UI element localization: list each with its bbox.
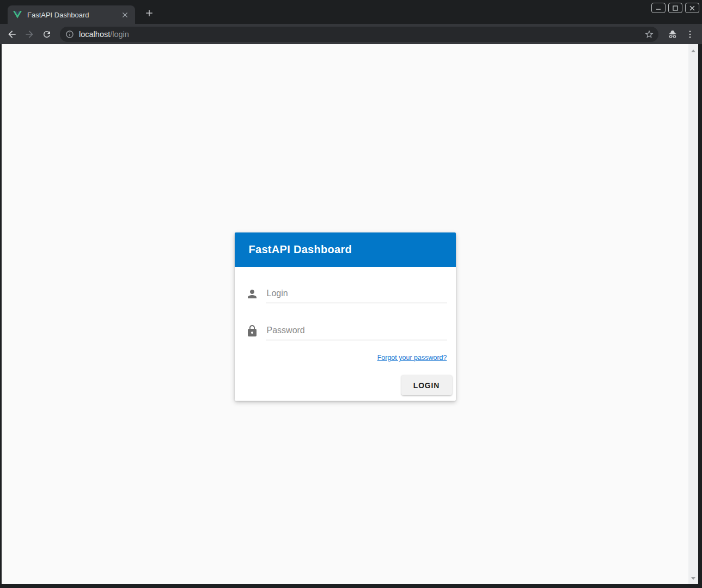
browser-window: FastAPI Dashboard bbox=[0, 0, 702, 588]
vue-favicon-icon bbox=[13, 11, 22, 19]
card-title: FastAPI Dashboard bbox=[249, 243, 352, 256]
login-button[interactable]: LOGIN bbox=[401, 375, 452, 395]
window-controls bbox=[651, 3, 699, 13]
page-info-icon[interactable] bbox=[65, 30, 74, 39]
login-card: FastAPI Dashboard bbox=[235, 232, 456, 401]
forward-button[interactable] bbox=[21, 26, 38, 43]
menu-button[interactable] bbox=[681, 26, 699, 43]
navigation-toolbar: localhost/login bbox=[0, 24, 702, 44]
scrollbar[interactable] bbox=[688, 44, 698, 584]
page-background: FastAPI Dashboard bbox=[2, 44, 688, 584]
scrollbar-up-arrow[interactable] bbox=[691, 50, 695, 52]
scrollbar-down-arrow[interactable] bbox=[691, 577, 695, 580]
new-tab-button[interactable] bbox=[142, 5, 157, 21]
tab-strip: FastAPI Dashboard bbox=[0, 0, 702, 24]
login-field-row bbox=[246, 267, 447, 303]
reload-button[interactable] bbox=[38, 26, 56, 43]
forgot-password-link[interactable]: Forgot your password? bbox=[377, 354, 447, 362]
back-button[interactable] bbox=[3, 26, 21, 43]
maximize-button[interactable] bbox=[668, 3, 682, 13]
url-host: localhost bbox=[79, 30, 110, 39]
browser-viewport: FastAPI Dashboard bbox=[0, 44, 702, 588]
close-button[interactable] bbox=[685, 3, 699, 13]
password-input[interactable] bbox=[266, 326, 447, 340]
minimize-button[interactable] bbox=[651, 3, 666, 13]
url-text: localhost/login bbox=[79, 30, 639, 39]
password-field-row bbox=[246, 303, 447, 340]
bookmark-star-icon[interactable] bbox=[644, 29, 654, 39]
lock-icon bbox=[246, 324, 259, 340]
card-header: FastAPI Dashboard bbox=[235, 232, 456, 267]
button-row: LOGIN bbox=[235, 375, 452, 395]
tab-title: FastAPI Dashboard bbox=[27, 11, 120, 19]
card-body: Forgot your password? LOGIN bbox=[235, 267, 456, 401]
incognito-icon bbox=[664, 26, 681, 43]
address-bar[interactable]: localhost/login bbox=[60, 27, 658, 42]
tab-close-icon[interactable] bbox=[120, 10, 130, 20]
browser-tab[interactable]: FastAPI Dashboard bbox=[8, 5, 135, 24]
forgot-row: Forgot your password? bbox=[243, 352, 447, 362]
url-path: /login bbox=[110, 30, 129, 39]
person-icon bbox=[246, 287, 259, 303]
login-input[interactable] bbox=[266, 289, 447, 303]
